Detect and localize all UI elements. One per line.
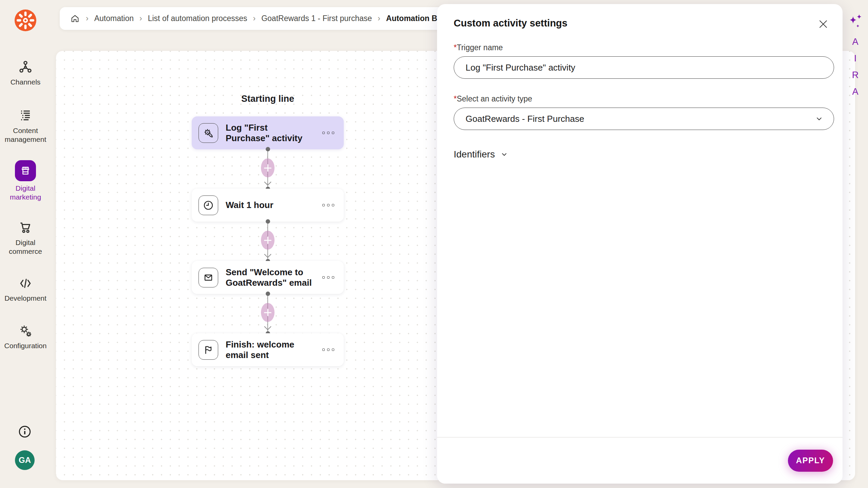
sidebar-item-label: Development [4, 294, 46, 303]
aira-assistant-tab[interactable]: A I R A [843, 0, 868, 488]
user-avatar[interactable]: GA [15, 450, 35, 470]
panel-footer: APPLY [437, 437, 843, 484]
aira-letter: R [852, 70, 859, 80]
flow-connector [192, 294, 344, 333]
breadcrumb-item-process[interactable]: GoatRewards 1 - First purchase [261, 14, 372, 23]
node-title: Finish: welcome email sent [226, 339, 312, 360]
breadcrumb-separator: › [253, 14, 256, 23]
chevron-down-icon [815, 114, 824, 123]
aira-letter: I [854, 53, 857, 64]
arrow-down-icon [264, 251, 271, 258]
sidebar-item-digital-commerce[interactable]: Digital commerce [0, 220, 51, 256]
sidebar-item-label: Channels [11, 78, 41, 87]
aira-letter: A [852, 87, 858, 97]
sidebar-item-label: Digital marketing [0, 184, 51, 202]
add-step-button[interactable] [261, 303, 275, 322]
digital-commerce-icon [18, 220, 33, 236]
breadcrumb-separator: › [378, 14, 380, 23]
aira-letter: A [852, 37, 858, 47]
home-icon [70, 14, 80, 24]
node-more-menu-button[interactable] [320, 346, 337, 353]
channels-icon [18, 59, 33, 75]
sidebar-item-label: Configuration [4, 341, 47, 350]
configuration-icon [18, 323, 33, 339]
flow-connector [192, 222, 344, 261]
node-more-menu-button[interactable] [320, 202, 337, 208]
node-title: Send "Welcome to GoatRewards" email [226, 267, 312, 288]
flow-node-log-first-purchase[interactable]: Log "First Purchase" activity [192, 116, 344, 149]
arrow-down-icon [264, 179, 271, 186]
required-marker: * [454, 94, 457, 103]
identifiers-label: Identifiers [454, 149, 495, 160]
add-step-button[interactable] [261, 231, 275, 250]
custom-activity-settings-panel: Custom activity settings *Trigger name *… [437, 4, 843, 484]
sidebar-item-digital-marketing[interactable]: Digital marketing [0, 160, 51, 202]
apply-button[interactable]: APPLY [788, 450, 833, 472]
sidebar-item-configuration[interactable]: Configuration [0, 323, 51, 350]
digital-marketing-icon [15, 160, 36, 181]
email-icon [199, 268, 218, 287]
info-button[interactable] [17, 424, 32, 439]
automation-flow: Starting line Log "First Purchase" activ… [192, 94, 344, 366]
breadcrumb-separator: › [86, 14, 89, 23]
info-icon [17, 424, 32, 439]
flow-node-wait-1-hour[interactable]: Wait 1 hour [192, 189, 344, 222]
chevron-down-icon [500, 150, 508, 158]
sparkles-icon [848, 14, 863, 31]
flow-connector [192, 149, 344, 189]
required-marker: * [454, 43, 457, 52]
avatar-initials: GA [19, 455, 31, 465]
sidebar-item-label: Digital commerce [0, 238, 51, 256]
clock-icon [199, 195, 218, 215]
sidebar-item-content-management[interactable]: Content management [0, 108, 51, 144]
breadcrumb-separator: › [139, 14, 142, 23]
content-management-icon [18, 108, 33, 124]
sidebar-item-development[interactable]: Development [0, 276, 51, 303]
identifiers-toggle[interactable]: Identifiers [454, 149, 508, 160]
trigger-name-label: *Trigger name [454, 43, 834, 52]
add-step-button[interactable] [261, 158, 275, 177]
activity-type-value: GoatRewards - First Purchase [466, 114, 584, 124]
flag-icon [199, 340, 218, 360]
breadcrumb-item-process-list[interactable]: List of automation processes [148, 14, 247, 23]
close-panel-button[interactable] [817, 18, 829, 30]
custom-activity-icon [199, 123, 218, 143]
panel-title: Custom activity settings [454, 18, 834, 29]
activity-type-select[interactable]: GoatRewards - First Purchase [454, 108, 834, 130]
node-title: Log "First Purchase" activity [226, 123, 312, 144]
flow-node-send-welcome-email[interactable]: Send "Welcome to GoatRewards" email [192, 261, 344, 294]
development-icon [18, 276, 33, 291]
flow-node-finish[interactable]: Finish: welcome email sent [192, 333, 344, 366]
close-icon [817, 18, 829, 30]
activity-type-label: *Select an activity type [454, 94, 834, 104]
main-sidebar: Channels Content management Digital mark… [0, 0, 51, 488]
breadcrumb: › Automation › List of automation proces… [60, 7, 453, 30]
starting-line-title: Starting line [192, 94, 344, 104]
trigger-name-input[interactable] [454, 56, 834, 79]
node-title: Wait 1 hour [226, 200, 312, 210]
breadcrumb-item-automation[interactable]: Automation [94, 14, 134, 23]
node-more-menu-button[interactable] [320, 130, 337, 136]
sidebar-item-channels[interactable]: Channels [0, 59, 51, 87]
arrow-down-icon [264, 323, 271, 330]
home-breadcrumb-button[interactable] [70, 14, 80, 24]
sidebar-item-label: Content management [0, 126, 51, 144]
node-more-menu-button[interactable] [320, 274, 337, 281]
